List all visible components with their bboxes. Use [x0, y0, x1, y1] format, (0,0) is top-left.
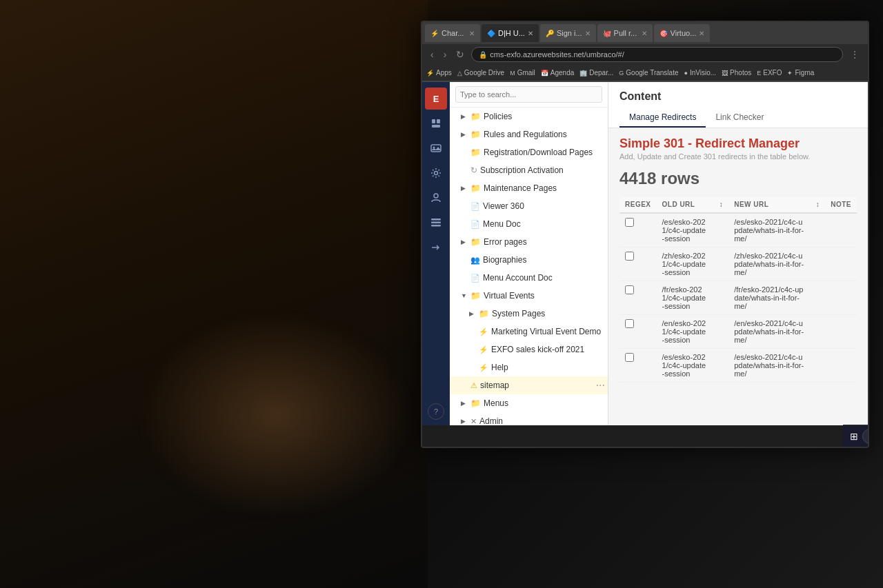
sidebar-icons: E ? — [422, 82, 450, 425]
search-icon: 🔍 — [869, 432, 869, 440]
tab-close-1[interactable]: ✕ — [528, 30, 533, 37]
col-sort-old[interactable]: ↕ — [714, 196, 729, 213]
regex-cell-1[interactable] — [619, 247, 657, 281]
bookmark-photos[interactable]: 🖼 Photos — [722, 69, 751, 77]
tree-item-policies[interactable]: ▶ 📁 Policies — [450, 108, 608, 125]
col-sort-new[interactable]: ↕ — [811, 196, 826, 213]
folder-icon-rules: 📁 — [470, 130, 481, 139]
regex-checkbox-2[interactable] — [625, 285, 634, 294]
sidebar-redirect-btn[interactable] — [425, 236, 447, 258]
svg-rect-8 — [431, 222, 441, 224]
bookmark-gmail[interactable]: M Gmail — [510, 69, 535, 77]
sidebar-content-btn[interactable] — [425, 112, 447, 134]
bookmark-depar[interactable]: 🏢 Depar... — [579, 69, 613, 77]
tree-item-virtualevents[interactable]: ▼ 📁 Virtual Events — [450, 287, 608, 305]
bookmarks-bar: ⚡ Apps △ Google Drive M Gmail 📅 Agenda 🏢… — [422, 65, 868, 81]
tree-item-subscription[interactable]: ▶ ↻ Subscription Activation — [450, 161, 608, 179]
special-icon-marketing: ⚡ — [479, 327, 488, 336]
tree-item-rules[interactable]: ▶ 📁 Rules and Regulations — [450, 125, 608, 143]
arrow-menus: ▶ — [461, 400, 468, 407]
regex-checkbox-0[interactable] — [625, 218, 634, 227]
new-url-cell-2: /fr/esko-2021/c4c-update/whats-in-it-for… — [728, 281, 811, 315]
regex-cell-0[interactable] — [619, 213, 657, 247]
tab-close-0[interactable]: ✕ — [469, 30, 475, 37]
address-bar[interactable]: 🔒 cms-exfo.azurewebsites.net/umbraco/#/ — [471, 47, 843, 62]
special-icon-exfo: ⚡ — [479, 345, 488, 354]
sidebar-settings-btn[interactable] — [425, 162, 447, 184]
tree-item-exfosales[interactable]: ▶ ⚡ EXFO sales kick-off 2021 — [450, 341, 608, 358]
tree-item-maintenance[interactable]: ▶ 📁 Maintenance Pages — [450, 179, 608, 197]
tree-item-menudoc[interactable]: ▶ 📄 Menu Doc — [450, 215, 608, 233]
tree-item-errorpages[interactable]: ▶ 📁 Error pages — [450, 233, 608, 251]
spacer-1 — [714, 247, 729, 281]
tree-item-menuaccount[interactable]: ▶ 📄 Menu Account Doc — [450, 269, 608, 287]
taskbar: ⊞ 🔍 Taper ici pour rechercher 🎤 ⊟ e ⚡ ◎ … — [843, 425, 869, 447]
tree-item-registration[interactable]: ▶ 📁 Registration/Download Pages — [450, 143, 608, 161]
col-note[interactable]: NOTE — [825, 196, 857, 213]
spacer-3 — [714, 315, 729, 349]
svg-rect-3 — [431, 145, 441, 152]
tab-close-3[interactable]: ✕ — [642, 30, 647, 37]
bookmark-translate[interactable]: G Google Translate — [619, 69, 678, 77]
tab-close-4[interactable]: ✕ — [699, 30, 704, 37]
sidebar-logo[interactable]: E — [425, 88, 447, 110]
hand-overlay — [138, 312, 414, 519]
sidebar-user-btn[interactable] — [425, 187, 447, 209]
tab-dhu[interactable]: 🔷 D|H U... ✕ — [482, 24, 539, 42]
tab-close-2[interactable]: ✕ — [585, 30, 591, 37]
tab-link-checker[interactable]: Link Checker — [706, 108, 773, 128]
admin-icon: ✕ — [470, 417, 477, 426]
col-new-url[interactable]: NEW URL — [728, 196, 811, 213]
tree-item-menus[interactable]: ▶ 📁 Menus — [450, 394, 608, 412]
col-old-url[interactable]: OLD URL — [657, 196, 714, 213]
arrow-systempages: ▶ — [469, 310, 476, 317]
regex-cell-3[interactable] — [619, 315, 657, 349]
tree-search-input[interactable] — [455, 86, 602, 103]
tree-item-viewer360[interactable]: ▶ 📄 Viewer 360 — [450, 197, 608, 215]
regex-checkbox-1[interactable] — [625, 252, 634, 261]
tab-virtuo[interactable]: 🎯 Virtuo... ✕ — [654, 24, 711, 42]
tree-item-admin[interactable]: ▶ ✕ Admin — [450, 412, 608, 425]
regex-cell-4[interactable] — [619, 349, 657, 383]
arrow-policies: ▶ — [461, 113, 468, 120]
tab-pull[interactable]: 🐙 Pull r... ✕ — [597, 24, 653, 42]
tab-sign[interactable]: 🔑 Sign i... ✕ — [540, 24, 596, 42]
sidebar-help-btn[interactable]: ? — [428, 403, 444, 420]
regex-checkbox-4[interactable] — [625, 353, 634, 362]
svg-rect-1 — [437, 119, 440, 123]
bookmark-apps[interactable]: ⚡ Apps — [426, 69, 452, 77]
new-url-cell-0: /es/esko-2021/c4c-update/whats-in-it-for… — [728, 213, 811, 247]
sitemap-more-btn[interactable]: ··· — [593, 379, 608, 392]
sidebar-list-btn[interactable] — [425, 212, 447, 234]
forward-button[interactable]: › — [441, 48, 450, 61]
bookmark-invision[interactable]: ● InVisio... — [684, 69, 716, 77]
note-cell-4 — [825, 349, 857, 383]
bookmark-exfo[interactable]: E EXFO — [757, 69, 782, 77]
sidebar-media-btn[interactable] — [425, 137, 447, 159]
tab-manage-redirects[interactable]: Manage Redirects — [619, 108, 706, 128]
start-button[interactable]: ⊞ — [846, 429, 862, 443]
more-button[interactable]: ⋮ — [847, 48, 862, 61]
svg-point-6 — [434, 194, 438, 198]
content-section-title: Content — [619, 90, 661, 103]
col-regex[interactable]: REGEX — [619, 196, 657, 213]
bookmark-figma[interactable]: ✦ Figma — [787, 69, 814, 77]
bookmark-googledrive[interactable]: △ Google Drive — [457, 69, 504, 77]
tree-item-sitemap[interactable]: ▶ ⚠ sitemap ··· — [450, 376, 608, 394]
reload-button[interactable]: ↻ — [453, 48, 467, 61]
regex-checkbox-3[interactable] — [625, 319, 634, 328]
old-url-cell-4: /es/esko-2021/c4c-update-session — [657, 349, 714, 383]
tab-char[interactable]: ⚡ Char... ✕ — [425, 24, 480, 42]
folder-icon-errorpages: 📁 — [470, 237, 481, 247]
tab-bar: ⚡ Char... ✕ 🔷 D|H U... ✕ 🔑 Sign i... ✕ 🐙… — [422, 22, 868, 44]
spacer-new-3 — [811, 315, 826, 349]
tree-item-biographies[interactable]: ▶ 👥 Biographies — [450, 251, 608, 269]
special-icon-help: ⚡ — [479, 363, 488, 372]
tree-item-help[interactable]: ▶ ⚡ Help — [450, 358, 608, 376]
back-button[interactable]: ‹ — [428, 48, 437, 61]
tree-item-systempages[interactable]: ▶ 📁 System Pages — [450, 305, 608, 323]
tree-item-marketingvirtual[interactable]: ▶ ⚡ Marketing Virtual Event Demo — [450, 323, 608, 341]
taskbar-search[interactable]: 🔍 Taper ici pour rechercher 🎤 — [862, 429, 869, 444]
bookmark-agenda[interactable]: 📅 Agenda — [541, 69, 574, 77]
regex-cell-2[interactable] — [619, 281, 657, 315]
